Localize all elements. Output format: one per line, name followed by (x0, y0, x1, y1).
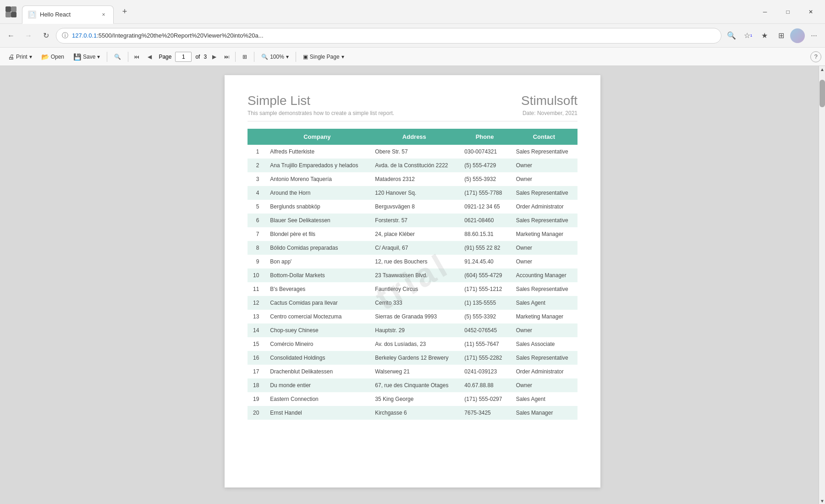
svg-rect-1 (11, 6, 16, 12)
cell-company: Comércio Mineiro (264, 337, 369, 351)
url-path: :5500/Integrating%20the%20Report%20Viewe… (97, 32, 263, 39)
cell-address: 35 King George (369, 392, 459, 406)
profile-button[interactable] (790, 28, 805, 43)
table-row: 4Around the Horn120 Hanover Sq.(171) 555… (248, 186, 578, 200)
nav-bar: ← → ↻ ⓘ 127.0.0.1:5500/Integrating%20the… (0, 24, 825, 48)
refresh-button[interactable]: ↻ (38, 28, 53, 43)
cell-phone: (5) 555-3392 (459, 310, 510, 323)
search-button[interactable]: 🔍 (724, 28, 739, 43)
next-page-button[interactable]: ▶ (209, 51, 220, 62)
toolbar-separator-2 (128, 52, 128, 62)
cell-address: Kirchgasse 6 (369, 406, 459, 420)
toolbar-separator-1 (107, 52, 107, 62)
close-button[interactable]: ✕ (800, 5, 821, 19)
table-row: 1Alfreds FutterkisteObere Str. 57030-007… (248, 145, 578, 159)
browser-icon (4, 5, 18, 19)
row-number: 7 (248, 227, 264, 241)
back-button[interactable]: ← (4, 28, 18, 43)
view-mode-button[interactable]: ▣ Single Page ▾ (299, 50, 348, 63)
open-label: Open (51, 54, 64, 60)
print-button[interactable]: 🖨 Print ▾ (4, 50, 36, 63)
cell-phone: 40.67.88.88 (459, 378, 510, 392)
cell-address: Berkeley Gardens 12 Brewery (369, 351, 459, 365)
prev-page-button[interactable]: ◀ (144, 51, 155, 62)
active-tab[interactable]: 📄 Hello React × (22, 5, 114, 24)
cell-company: Du monde entier (264, 378, 369, 392)
cell-company: Berglunds snabbköp (264, 200, 369, 214)
cell-company: Eastern Connection (264, 392, 369, 406)
cell-phone: 0241-039123 (459, 365, 510, 378)
cell-phone: 0921-12 34 65 (459, 200, 510, 214)
row-number: 2 (248, 159, 264, 172)
report-content-area: trial Simple List This sample demonstrat… (0, 66, 825, 504)
table-row: 5Berglunds snabbköpBerguvsvägen 80921-12… (248, 200, 578, 214)
table-row: 9Bon app'12, rue des Bouchers91.24.45.40… (248, 255, 578, 268)
cell-contact: Sales Representative (511, 351, 578, 365)
report-date: Date: November, 2021 (521, 110, 578, 116)
row-number: 18 (248, 378, 264, 392)
zoom-button[interactable]: 🔍 100% ▾ (257, 50, 293, 63)
page-of: of (195, 54, 200, 60)
favorites-alert-button[interactable]: ☆1 (741, 28, 755, 43)
cell-address: C/ Araquil, 67 (369, 241, 459, 255)
table-row: 19Eastern Connection35 King George(171) … (248, 392, 578, 406)
multi-page-button[interactable]: ⊞ (238, 50, 251, 63)
report-table: Company Address Phone Contact 1Alfreds F… (248, 129, 578, 420)
last-page-button[interactable]: ⏭ (221, 51, 232, 62)
scrollbar-thumb[interactable] (820, 80, 825, 107)
open-button[interactable]: 📂 Open (37, 50, 68, 63)
row-number: 17 (248, 365, 264, 378)
tab-title: Hello React (40, 11, 96, 18)
cell-contact: Owner (511, 255, 578, 268)
first-page-button[interactable]: ⏮ (131, 51, 142, 62)
row-number: 12 (248, 296, 264, 310)
cell-company: Antonio Moreno Taquería (264, 172, 369, 186)
report-container: trial Simple List This sample demonstrat… (9, 66, 816, 504)
print-label: Print (16, 54, 28, 60)
cell-company: Drachenblut Delikatessen (264, 365, 369, 378)
save-icon: 💾 (73, 53, 81, 60)
cell-address: 67, rue des Cinquante Otages (369, 378, 459, 392)
text-search-button[interactable]: 🔍 (110, 50, 125, 63)
favorites-button[interactable]: ★ (757, 28, 772, 43)
cell-address: Fauntleroy Circus (369, 282, 459, 296)
cell-contact: Sales Representative (511, 186, 578, 200)
row-number: 15 (248, 337, 264, 351)
cell-address: Obere Str. 57 (369, 145, 459, 159)
forward-button[interactable]: → (21, 28, 36, 43)
address-bar[interactable]: ⓘ 127.0.0.1:5500/Integrating%20the%20Rep… (56, 28, 721, 44)
cell-company: Bon app' (264, 255, 369, 268)
scroll-up-button[interactable]: ▲ (819, 66, 825, 72)
report-page: trial Simple List This sample demonstrat… (225, 75, 600, 488)
svg-rect-0 (6, 6, 11, 12)
toolbar-separator-5 (296, 52, 296, 62)
minimize-button[interactable]: ─ (754, 5, 776, 19)
scroll-down-button[interactable]: ▼ (819, 498, 825, 504)
report-toolbar: 🖨 Print ▾ 📂 Open 💾 Save ▾ 🔍 ⏮ ◀ Page of … (0, 48, 825, 66)
open-icon: 📂 (41, 53, 49, 60)
collections-button[interactable]: ⊞ (774, 28, 788, 43)
svg-rect-2 (6, 12, 11, 17)
restore-button[interactable]: □ (777, 5, 798, 19)
table-row: 2Ana Trujillo Emparedados y heladosAvda.… (248, 159, 578, 172)
cell-company: Blondel père et fils (264, 227, 369, 241)
cell-company: Ana Trujillo Emparedados y helados (264, 159, 369, 172)
cell-contact: Marketing Manager (511, 310, 578, 323)
settings-button[interactable]: ··· (807, 28, 821, 43)
col-contact: Contact (511, 129, 578, 145)
table-row: 12Cactus Comidas para llevarCerrito 333(… (248, 296, 578, 310)
cell-company: Blauer See Delikatessen (264, 214, 369, 227)
cell-phone: (171) 555-7788 (459, 186, 510, 200)
cell-address: Walserweg 21 (369, 365, 459, 378)
vertical-scrollbar[interactable]: ▲ ▼ (819, 66, 825, 504)
help-button[interactable]: ? (810, 51, 821, 62)
save-button[interactable]: 💾 Save ▾ (69, 50, 104, 63)
cell-address: Mataderos 2312 (369, 172, 459, 186)
tab-close-button[interactable]: × (99, 11, 108, 19)
cell-contact: Owner (511, 159, 578, 172)
table-row: 7Blondel père et fils24, place Kléber88.… (248, 227, 578, 241)
cell-contact: Sales Agent (511, 296, 578, 310)
page-input[interactable] (175, 52, 192, 62)
new-tab-button[interactable]: + (117, 5, 132, 19)
cell-address: 120 Hanover Sq. (369, 186, 459, 200)
